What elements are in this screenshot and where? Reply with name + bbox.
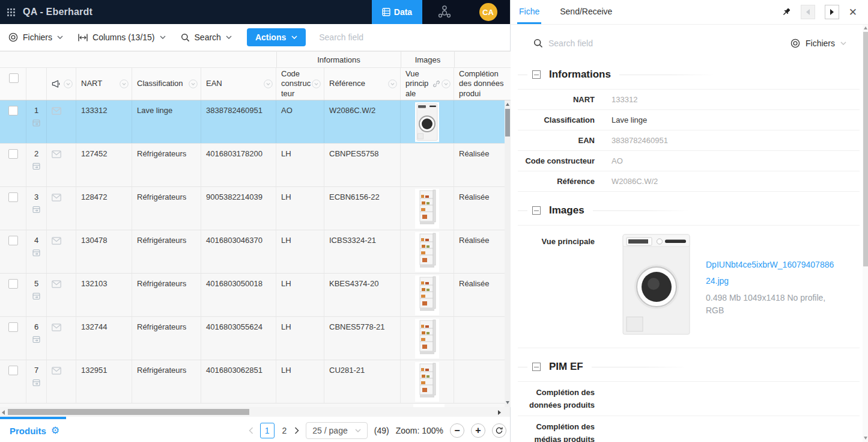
panel-scrollbar[interactable] xyxy=(863,25,868,442)
collapse-minus-icon[interactable] xyxy=(532,70,541,79)
filter-chevron-icon[interactable] xyxy=(388,79,397,88)
field-value[interactable]: 3838782460951 xyxy=(612,136,668,145)
filter-chevron-icon[interactable] xyxy=(120,79,129,88)
refresh-button[interactable] xyxy=(492,423,506,438)
fridge-thumbnail-image xyxy=(415,319,439,358)
open-record-icon[interactable] xyxy=(32,336,40,343)
field-value[interactable]: AO xyxy=(612,156,623,165)
scroll-left-arrow-icon[interactable] xyxy=(2,410,5,415)
tab-send-receive[interactable]: Send/Receive xyxy=(558,0,614,24)
chevron-down-icon xyxy=(355,429,361,432)
table-row[interactable]: 7 132951 Réfrigérateurs 4016803062851 LH… xyxy=(0,360,511,404)
mail-icon[interactable] xyxy=(52,280,61,288)
cell-vue-principale[interactable] xyxy=(401,230,454,273)
row-number: 7 xyxy=(34,366,38,375)
cell-completion: Réalisée xyxy=(454,144,511,186)
row-checkbox[interactable] xyxy=(8,192,18,202)
user-menu[interactable]: CA xyxy=(466,0,510,24)
vertical-scrollbar[interactable] xyxy=(505,100,511,407)
cell-vue-principale[interactable] xyxy=(401,317,454,360)
open-record-icon[interactable] xyxy=(32,292,40,300)
image-filename-link[interactable]: DpIUNbt4ce5ixbrW_1607940788624.jpg xyxy=(706,257,837,290)
next-record-button[interactable] xyxy=(825,5,839,19)
page-prev-icon[interactable] xyxy=(249,427,253,434)
field-value[interactable]: 133312 xyxy=(612,95,637,104)
mail-icon[interactable] xyxy=(52,107,61,115)
row-checkbox[interactable] xyxy=(8,106,18,115)
open-record-icon[interactable] xyxy=(32,162,40,170)
row-checkbox[interactable] xyxy=(8,149,18,159)
filter-chevron-icon[interactable] xyxy=(312,79,321,88)
open-record-icon[interactable] xyxy=(32,119,40,127)
page-size-select[interactable]: 25 / page xyxy=(306,422,367,439)
cell-vue-principale[interactable] xyxy=(401,100,454,143)
mail-icon[interactable] xyxy=(52,324,61,331)
horizontal-scroll-thumb[interactable] xyxy=(8,409,249,415)
filter-chevron-icon[interactable] xyxy=(64,79,73,88)
open-record-icon[interactable] xyxy=(32,206,40,213)
table-row[interactable]: 5 132103 Réfrigérateurs 4016803050018 LH… xyxy=(0,274,511,317)
cell-vue-principale[interactable] xyxy=(401,144,454,186)
quick-search-input[interactable] xyxy=(319,32,427,42)
open-record-icon[interactable] xyxy=(32,379,40,387)
zoom-in-button[interactable]: + xyxy=(471,423,485,438)
vertical-scroll-thumb[interactable] xyxy=(505,109,510,137)
open-record-icon[interactable] xyxy=(32,249,40,257)
mail-icon[interactable] xyxy=(52,194,61,201)
columns-dropdown[interactable]: Columns (13/15) xyxy=(78,32,166,42)
main-region: QA - Eberhardt Data xyxy=(0,0,511,442)
scroll-up-arrow-icon[interactable] xyxy=(864,26,867,29)
scroll-down-arrow-icon[interactable] xyxy=(864,437,867,440)
workflow-nav-button[interactable] xyxy=(422,0,466,24)
pin-icon[interactable] xyxy=(782,7,791,17)
horizontal-scrollbar[interactable] xyxy=(0,407,510,417)
panel-search-input[interactable] xyxy=(548,38,681,48)
row-checkbox[interactable] xyxy=(8,322,18,332)
actions-button[interactable]: Actions xyxy=(247,28,306,46)
row-checkbox[interactable] xyxy=(8,366,18,375)
page-button-2[interactable]: 2 xyxy=(281,426,288,435)
washer-product-image[interactable] xyxy=(622,234,690,335)
page-button-1[interactable]: 1 xyxy=(260,423,275,438)
search-dropdown[interactable]: Search xyxy=(181,32,232,42)
field-value[interactable]: W2086C.W/2 xyxy=(612,177,658,186)
filter-chevron-icon[interactable] xyxy=(442,79,451,88)
gear-icon[interactable]: ⚙ xyxy=(51,426,59,435)
table-row[interactable]: 3 128472 Réfrigérateurs 9005382214039 LH… xyxy=(0,187,511,230)
field-value[interactable]: Lave linge xyxy=(612,115,647,124)
scroll-right-arrow-icon[interactable] xyxy=(498,410,501,415)
mail-icon[interactable] xyxy=(52,367,61,375)
table-row[interactable]: 2 127452 Réfrigérateurs 4016803178200 LH… xyxy=(0,144,511,187)
row-checkbox[interactable] xyxy=(8,236,18,245)
close-icon[interactable]: ✕ xyxy=(849,7,857,17)
zoom-out-button[interactable]: − xyxy=(450,423,464,438)
filter-chevron-icon[interactable] xyxy=(264,79,273,88)
panel-fichiers-dropdown[interactable]: Fichiers xyxy=(791,38,846,48)
table-body: 1 133312 Lave linge 3838782460951 AO W20… xyxy=(0,100,511,407)
panel-scroll-thumb[interactable] xyxy=(863,32,868,266)
collapse-minus-icon[interactable] xyxy=(532,363,541,371)
table-row[interactable]: 1 133312 Lave linge 3838782460951 AO W20… xyxy=(0,100,511,144)
cell-vue-principale[interactable] xyxy=(401,187,454,230)
mail-icon[interactable] xyxy=(52,150,61,158)
cell-vue-principale[interactable] xyxy=(401,360,454,403)
row-checkbox[interactable] xyxy=(8,279,18,289)
mail-icon[interactable] xyxy=(52,237,61,245)
select-all-checkbox[interactable] xyxy=(9,73,19,83)
data-tab-button[interactable]: Data xyxy=(372,0,422,24)
collapse-minus-icon[interactable] xyxy=(532,206,541,215)
app-grid-icon[interactable] xyxy=(7,8,15,16)
fichiers-dropdown[interactable]: Fichiers xyxy=(8,32,63,42)
cell-vue-principale[interactable] xyxy=(401,274,454,316)
table-row[interactable]: 6 132744 Réfrigérateurs 4016803055624 LH… xyxy=(0,317,511,360)
previous-record-button[interactable] xyxy=(801,5,815,19)
scroll-down-arrow-icon[interactable] xyxy=(506,401,509,404)
filter-chevron-icon[interactable] xyxy=(189,79,198,88)
tab-produits[interactable]: Produits ⚙ xyxy=(10,426,59,436)
scroll-up-arrow-icon[interactable] xyxy=(506,103,509,106)
table-row[interactable]: 4 130478 Réfrigérateurs 4016803046370 LH… xyxy=(0,230,511,274)
tab-fiche[interactable]: Fiche xyxy=(517,0,541,24)
cell-nart: 128472 xyxy=(76,187,132,230)
page-next-icon[interactable] xyxy=(294,427,299,434)
user-avatar[interactable]: CA xyxy=(479,3,497,21)
